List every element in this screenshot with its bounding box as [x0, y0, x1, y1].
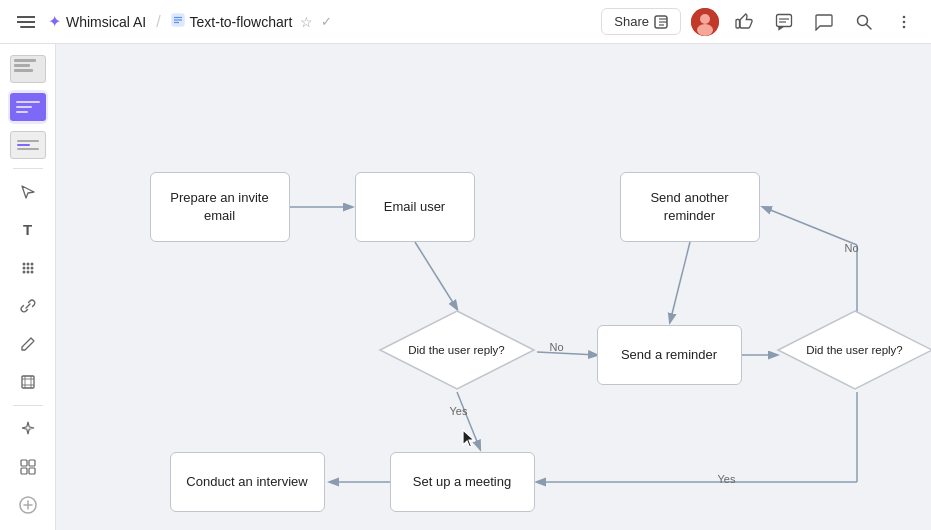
brand[interactable]: ✦ Whimsical AI: [48, 12, 146, 31]
svg-rect-14: [736, 19, 740, 28]
breadcrumb-separator: /: [156, 13, 160, 31]
yes-label-1: Yes: [450, 405, 468, 417]
sidebar-item-doc[interactable]: [8, 128, 48, 162]
svg-point-29: [22, 271, 25, 274]
thumbs-up-icon[interactable]: [729, 7, 759, 37]
svg-rect-39: [21, 468, 27, 474]
svg-point-12: [700, 14, 710, 24]
sidebar-divider-1: [13, 168, 43, 169]
topbar-left: ✦ Whimsical AI / Text-to-flowchart ☆ ✓: [12, 8, 593, 36]
sidebar: T: [0, 44, 56, 530]
svg-rect-38: [29, 460, 35, 466]
sidebar-item-grid-tool[interactable]: [8, 251, 48, 285]
sidebar-item-pen-tool[interactable]: [8, 327, 48, 361]
avatar[interactable]: [691, 8, 719, 36]
page-thumbnail: [10, 55, 46, 83]
share-button[interactable]: Share: [601, 8, 681, 35]
svg-line-51: [457, 392, 480, 449]
svg-point-21: [903, 20, 906, 23]
sidebar-item-text-tool[interactable]: T: [8, 213, 48, 247]
comment-icon[interactable]: [769, 7, 799, 37]
canvas[interactable]: Prepare an inviteemail Email user Send a…: [56, 44, 931, 530]
svg-point-30: [26, 271, 29, 274]
arrows-svg: [110, 77, 910, 497]
flowchart: Prepare an inviteemail Email user Send a…: [110, 77, 910, 497]
svg-line-45: [415, 242, 457, 309]
did-reply-2-label: Did the user reply?: [806, 343, 903, 358]
svg-line-46: [537, 352, 597, 355]
favorite-star-icon[interactable]: ☆: [300, 14, 313, 30]
svg-line-49: [763, 207, 857, 245]
svg-point-26: [22, 267, 25, 270]
search-icon[interactable]: [849, 7, 879, 37]
prepare-invite-label: Prepare an inviteemail: [170, 189, 268, 225]
sidebar-item-pages[interactable]: [8, 52, 48, 86]
sidebar-item-magic-tool[interactable]: [8, 412, 48, 446]
doc-title-area[interactable]: Text-to-flowchart: [171, 13, 293, 30]
svg-point-13: [697, 24, 713, 36]
svg-point-24: [26, 263, 29, 266]
sidebar-item-note[interactable]: [8, 90, 48, 124]
send-another-reminder-box[interactable]: Send anotherreminder: [620, 172, 760, 242]
email-user-box[interactable]: Email user: [355, 172, 475, 242]
svg-line-19: [866, 24, 871, 29]
yes-label-2: Yes: [718, 473, 736, 485]
svg-rect-37: [21, 460, 27, 466]
brand-icon: ✦: [48, 12, 61, 31]
chat-icon[interactable]: [809, 7, 839, 37]
verified-check-icon: ✓: [321, 14, 332, 29]
sidebar-item-arrow-tool[interactable]: [8, 175, 48, 209]
cursor: [462, 429, 478, 453]
main-area: T: [0, 44, 931, 530]
svg-point-31: [30, 271, 33, 274]
conduct-interview-box[interactable]: Conduct an interview: [170, 452, 325, 512]
set-up-meeting-label: Set up a meeting: [413, 473, 511, 491]
svg-point-20: [903, 15, 906, 18]
conduct-interview-label: Conduct an interview: [186, 473, 307, 491]
send-reminder-label: Send a reminder: [621, 346, 717, 364]
share-label: Share: [614, 14, 649, 29]
doc-title: Text-to-flowchart: [190, 14, 293, 30]
no-label-1: No: [550, 341, 564, 353]
no-label-2: No: [845, 242, 859, 254]
more-options-icon[interactable]: [889, 7, 919, 37]
svg-line-50: [670, 242, 690, 322]
svg-rect-40: [29, 468, 35, 474]
topbar-right: Share: [601, 7, 919, 37]
sidebar-divider-2: [13, 405, 43, 406]
sidebar-item-frame-tool[interactable]: [8, 365, 48, 399]
svg-point-25: [30, 263, 33, 266]
brand-name: Whimsical AI: [66, 14, 146, 30]
did-reply-1-label: Did the user reply?: [408, 343, 505, 358]
sidebar-item-link-tool[interactable]: [8, 289, 48, 323]
prepare-invite-box[interactable]: Prepare an inviteemail: [150, 172, 290, 242]
sidebar-item-components-tool[interactable]: [8, 450, 48, 484]
svg-point-27: [26, 267, 29, 270]
did-reply-2-diamond[interactable]: Did the user reply?: [776, 309, 932, 391]
svg-point-28: [30, 267, 33, 270]
nav-menu-icon[interactable]: [12, 8, 40, 36]
svg-point-22: [903, 25, 906, 28]
svg-rect-32: [22, 376, 34, 388]
send-reminder-box[interactable]: Send a reminder: [597, 325, 742, 385]
send-another-reminder-label: Send anotherreminder: [650, 189, 728, 225]
sidebar-add-button[interactable]: [8, 488, 48, 522]
set-up-meeting-box[interactable]: Set up a meeting: [390, 452, 535, 512]
email-user-label: Email user: [384, 198, 445, 216]
text-tool-label: T: [23, 221, 32, 238]
topbar: ✦ Whimsical AI / Text-to-flowchart ☆ ✓ S…: [0, 0, 931, 44]
svg-rect-15: [777, 14, 792, 26]
did-reply-1-diamond[interactable]: Did the user reply?: [378, 309, 536, 391]
svg-point-23: [22, 263, 25, 266]
doc-type-icon: [171, 13, 185, 30]
